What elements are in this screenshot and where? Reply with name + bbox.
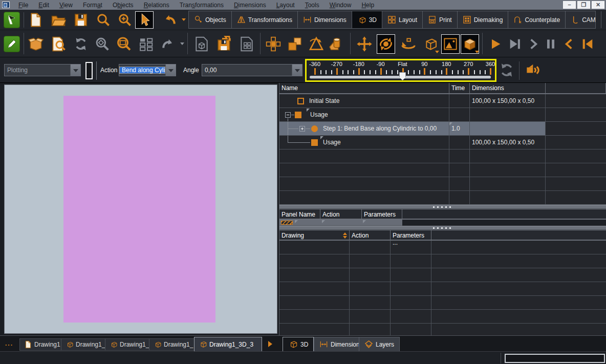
tool-swatch[interactable]: [85, 62, 93, 79]
doc-tab-drawing1[interactable]: Drawing1: [19, 338, 65, 351]
loop-animation-button[interactable]: [497, 61, 516, 79]
action-dropdown-button[interactable]: [165, 65, 176, 76]
pause-button[interactable]: [542, 34, 560, 54]
tree-row-usage-result[interactable]: Usage 100,00 x 150,00 x 0,50: [279, 136, 606, 149]
minimize-button[interactable]: –: [563, 1, 576, 9]
undo-button[interactable]: [161, 11, 179, 29]
rotate-flat-button[interactable]: [399, 34, 418, 54]
menu-window[interactable]: Window: [325, 1, 356, 10]
app-logo-button[interactable]: [3, 11, 21, 29]
column-header-parameters[interactable]: Parameters ...: [391, 230, 431, 240]
column-header-dimensions[interactable]: Dimensions: [470, 83, 546, 93]
tree-row-usage-parent[interactable]: Usage: [279, 108, 606, 122]
column-header-parameters[interactable]: Parameters ...: [362, 209, 402, 219]
ribbon-tab-print[interactable]: Print: [423, 11, 458, 28]
zoom-in-button[interactable]: [116, 11, 134, 29]
play-to-start-button[interactable]: [578, 34, 597, 54]
move-button[interactable]: [355, 34, 374, 54]
ribbon-tab-diemaking[interactable]: Diemaking: [458, 11, 509, 28]
copy-stack-button[interactable]: [286, 34, 304, 54]
menu-edit[interactable]: Edit: [34, 1, 54, 10]
step-back-button[interactable]: [560, 34, 578, 54]
menu-format[interactable]: Format: [78, 1, 107, 10]
angle-combo[interactable]: 0,00: [202, 64, 302, 76]
page-layout-button[interactable]: [237, 34, 256, 54]
rotate-orbit-button[interactable]: [377, 34, 395, 54]
ribbon-tab-3d[interactable]: 3D: [352, 11, 382, 28]
ribbon-tab-relations[interactable]: Relations: [601, 11, 606, 28]
plotting-dropdown-button[interactable]: [70, 65, 80, 76]
redo-dropdown[interactable]: [180, 42, 184, 45]
horizontal-splitter[interactable]: [279, 226, 606, 230]
column-header-panel-name[interactable]: Panel Name: [279, 209, 320, 219]
ribbon-tab-objects[interactable]: Objects: [189, 11, 232, 28]
play-to-end-button[interactable]: [506, 34, 524, 54]
open-button[interactable]: [49, 11, 68, 29]
menu-tools[interactable]: Tools: [300, 1, 324, 10]
close-button[interactable]: ✕: [592, 1, 604, 9]
undo-dropdown[interactable]: [182, 18, 186, 21]
zoom-dynamic-button[interactable]: [93, 34, 112, 54]
drawing-canvas[interactable]: [4, 84, 277, 334]
doc-tab-drawing1-3[interactable]: Drawing1_: [105, 338, 154, 351]
ribbon-tab-layout[interactable]: Layout: [382, 11, 423, 28]
ribbon-tab-dimensions[interactable]: Dimensions: [298, 11, 352, 28]
sort-icon[interactable]: [343, 232, 347, 239]
tab-scroll-right-button[interactable]: [268, 341, 272, 347]
action-combo[interactable]: Bend along Cylindric: [119, 64, 176, 76]
panel-new-row[interactable]: [279, 220, 402, 226]
expand-expander[interactable]: [299, 126, 305, 132]
side-tab-layers[interactable]: Layers: [359, 337, 400, 352]
menu-objects[interactable]: Objects: [108, 1, 138, 10]
play-button[interactable]: [486, 34, 505, 54]
doc-tab-drawing1-4[interactable]: Drawing1_: [149, 338, 198, 351]
ribbon-tab-transformations[interactable]: Transformations: [232, 11, 298, 28]
column-header-name[interactable]: Name: [279, 83, 449, 93]
save-button[interactable]: [72, 11, 90, 29]
cube-view-dropdown[interactable]: [435, 51, 439, 53]
bend-cylinder-button[interactable]: [328, 34, 346, 54]
column-header-action[interactable]: Action: [350, 230, 391, 240]
doc-tab-drawing1-3d-3[interactable]: Drawing1_3D_3: [194, 337, 262, 351]
ribbon-tab-cam[interactable]: CAM: [566, 11, 601, 28]
horizontal-splitter[interactable]: [279, 205, 606, 209]
render-solid-dropdown[interactable]: [475, 51, 479, 53]
select-pointer-button[interactable]: [135, 11, 154, 29]
new-document-button[interactable]: [27, 11, 45, 29]
record-video-button[interactable]: [523, 61, 542, 79]
redo-button[interactable]: [159, 34, 177, 54]
step-forward-button[interactable]: [524, 34, 543, 54]
column-header-drawing[interactable]: Drawing: [279, 230, 350, 240]
angle-dropdown-button[interactable]: [292, 65, 302, 76]
sheet-object[interactable]: [63, 96, 215, 323]
tree-row-initial-state[interactable]: Initial State 100,00 x 150,00 x 0,50: [279, 94, 606, 108]
export-save-button[interactable]: [215, 34, 233, 54]
zoom-window-button[interactable]: [115, 34, 133, 54]
open-box-button[interactable]: [27, 34, 45, 54]
angle-slider-thumb[interactable]: [399, 72, 406, 80]
edit-drawing-button[interactable]: [3, 34, 21, 54]
print-preview-button[interactable]: [49, 34, 68, 54]
zoom-button[interactable]: [94, 11, 113, 29]
layout-grid-button[interactable]: [137, 34, 156, 54]
collapse-expander[interactable]: [285, 112, 291, 118]
menu-relations[interactable]: Relations: [139, 1, 174, 10]
tab-overflow-button[interactable]: ...: [5, 340, 13, 347]
menu-layout[interactable]: Layout: [272, 1, 299, 10]
tree-row-step1[interactable]: Step 1: Bend Base along Cylindric to 0,0…: [279, 122, 606, 136]
render-image-button[interactable]: [441, 34, 460, 54]
menu-help[interactable]: Help: [357, 1, 379, 10]
bend-cone-button[interactable]: [307, 34, 326, 54]
refresh-button[interactable]: [72, 34, 90, 54]
menu-transformations[interactable]: Transformations: [175, 1, 228, 10]
menu-view[interactable]: View: [55, 1, 77, 10]
column-header-action[interactable]: Action: [320, 209, 362, 219]
doc-tab-drawing1-2[interactable]: Drawing1_: [61, 338, 110, 351]
unfold-box-button[interactable]: [264, 34, 283, 54]
restore-button[interactable]: ❐: [577, 1, 590, 9]
menu-dimensions[interactable]: Dimensions: [229, 1, 271, 10]
column-header-time[interactable]: Time: [449, 83, 470, 93]
ribbon-tab-counterplate[interactable]: Counterplate: [508, 11, 566, 28]
menu-file[interactable]: File: [14, 1, 33, 10]
plotting-combo[interactable]: Plotting: [4, 64, 81, 76]
